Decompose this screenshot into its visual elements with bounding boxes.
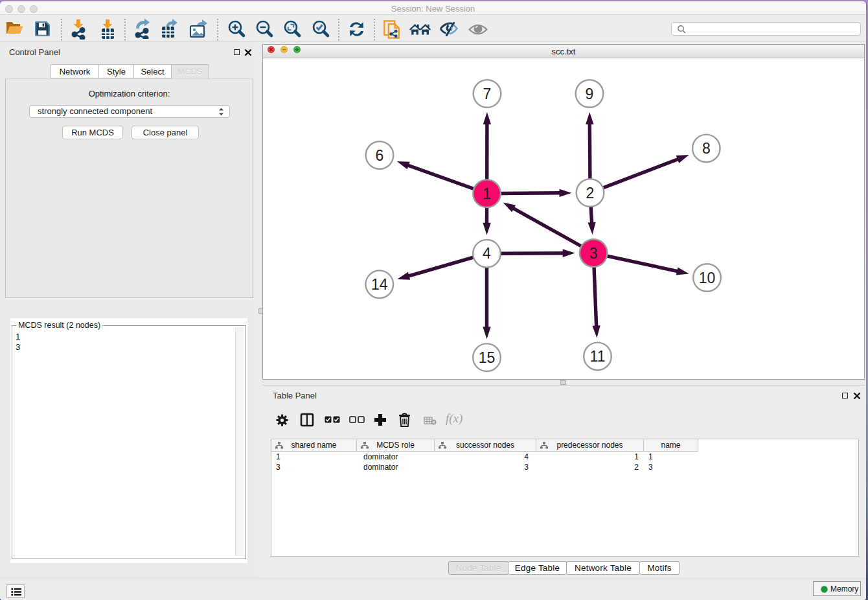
svg-text:3: 3: [589, 245, 598, 262]
svg-text:11: 11: [590, 348, 606, 365]
svg-text:7: 7: [483, 86, 492, 102]
svg-text:6: 6: [376, 147, 384, 164]
svg-text:14: 14: [371, 276, 388, 293]
svg-text:4: 4: [483, 246, 491, 262]
svg-text:1: 1: [483, 185, 491, 202]
svg-text:2: 2: [586, 185, 595, 202]
svg-text:10: 10: [699, 270, 716, 286]
svg-text:15: 15: [479, 349, 496, 366]
svg-text:8: 8: [702, 140, 711, 157]
svg-text:9: 9: [586, 86, 594, 102]
